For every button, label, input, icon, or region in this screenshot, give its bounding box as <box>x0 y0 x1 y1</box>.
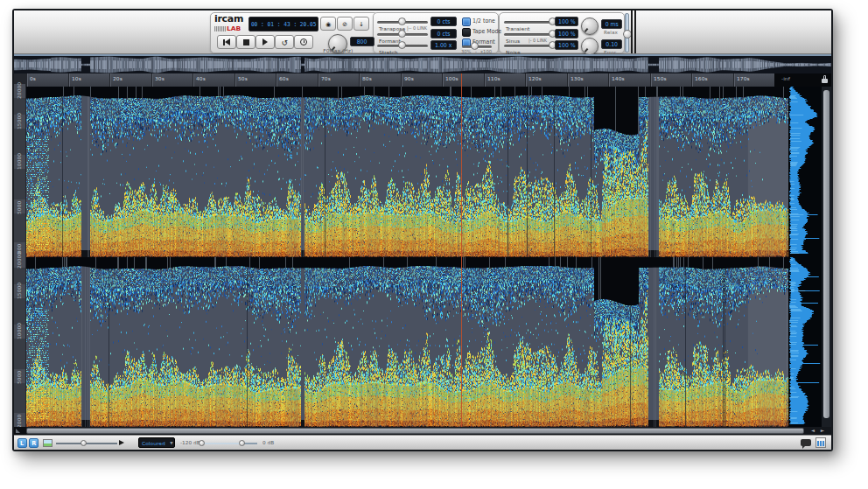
db-max-label: 0 dB <box>262 440 274 445</box>
spectrogram-area: 2000015000100005000200020000150001000050… <box>14 87 831 427</box>
freq-label: 10000 <box>17 323 22 339</box>
f0max-label: F0Max (Hz) <box>323 48 353 53</box>
loop-icon: ↺ <box>281 38 288 45</box>
zoom-slider[interactable] <box>56 440 117 446</box>
knob-error[interactable] <box>581 38 598 55</box>
time-ruler[interactable]: 0s10s20s30s40s50s60s70s80s90s100s110s120… <box>14 73 831 87</box>
db-range-thumb-high[interactable] <box>239 440 245 446</box>
slider-value: 0 cts <box>430 29 457 38</box>
toolbar-separator <box>634 10 636 53</box>
playhead-cursor[interactable] <box>461 73 462 427</box>
logo-brand: ircam <box>214 15 249 23</box>
app-logo: ircam LAB <box>214 15 249 33</box>
scroll-left-arrow[interactable]: ◄ <box>808 427 817 435</box>
zoom-slider-thumb[interactable] <box>80 440 87 446</box>
scroll-right-arrow[interactable]: ► <box>818 427 827 435</box>
display-mode-icon[interactable] <box>43 439 52 447</box>
freq-label: 15000 <box>17 113 22 129</box>
freq-label: 2000 <box>17 414 22 427</box>
ruler-label: 140s <box>612 76 625 81</box>
chart-view-icon[interactable] <box>816 437 826 448</box>
spectrogram-canvas[interactable] <box>26 87 788 427</box>
ruler-segment: 120s <box>525 73 567 87</box>
freq-label: 20000 <box>17 252 22 269</box>
slider-value: 0 cts <box>430 17 457 26</box>
freq-label: 5000 <box>17 201 22 214</box>
toolbar-separator <box>631 10 633 53</box>
ruler-label: 60s <box>279 76 289 81</box>
horizontal-scrollbar-thumb[interactable] <box>26 428 804 434</box>
db-min-label: -120 dB <box>180 440 200 445</box>
dropdown-arrow-icon: ▼ <box>171 441 173 445</box>
bottom-toolbar: L R Coloured▼ -120 dB 0 dB <box>14 435 831 450</box>
ruler-segment: 10s <box>68 73 110 87</box>
time-display: 00 : 01 : 43 : 20.05 <box>248 17 318 31</box>
ruler-label: 50s <box>238 76 248 81</box>
slider-thumb[interactable] <box>398 30 406 38</box>
ruler-label: 130s <box>570 76 584 81</box>
ruler-label: 90s <box>404 76 414 81</box>
lock-icon[interactable] <box>822 79 828 83</box>
play-icon <box>262 38 268 45</box>
waveform-overview[interactable] <box>14 54 831 73</box>
ruler-label: 30s <box>155 76 164 81</box>
color-mode-value: Coloured <box>142 440 165 446</box>
right-channel-button[interactable]: R <box>29 438 38 448</box>
download-button[interactable]: ↓ <box>354 17 369 31</box>
ruler-label: 40s <box>196 76 206 81</box>
timer-button[interactable] <box>294 35 313 49</box>
slider-value: 100 % <box>555 40 578 50</box>
slider-thumb[interactable] <box>398 17 406 25</box>
color-mode-dropdown[interactable]: Coloured▼ <box>138 437 175 448</box>
inf-label: -inf <box>781 76 790 81</box>
ruler-segment: 160s <box>691 73 733 87</box>
ruler-segment: 0s <box>26 73 68 87</box>
ruler-label: 100s <box>445 76 458 81</box>
app-window: ircam LAB 00 : 01 : 43 : 20.05 ◉ ⊘ ↓ ↺ 8… <box>12 9 833 451</box>
ruler-segment: 80s <box>359 73 401 87</box>
clock-icon <box>300 38 307 45</box>
ruler-segment: 90s <box>401 73 443 87</box>
knob-label: Relax <box>604 30 618 35</box>
f0max-value: 800 <box>350 37 374 46</box>
left-triangle-icon <box>225 38 230 45</box>
gain-vslider[interactable] <box>625 13 629 52</box>
db-range-slider[interactable] <box>200 440 257 446</box>
checkbox-1-2-tone[interactable] <box>462 17 471 26</box>
stop-icon <box>243 39 249 45</box>
slider-value: 1.00 x <box>430 40 457 50</box>
slider-thumb[interactable] <box>398 41 406 49</box>
ruler-segment: 110s <box>484 73 526 87</box>
left-channel-button[interactable]: L <box>18 438 27 448</box>
ruler-label: 10s <box>72 76 81 81</box>
record-button[interactable]: ◉ <box>320 17 336 31</box>
scrollbar-corner <box>14 427 26 435</box>
knob-value: 0.10 <box>601 39 622 49</box>
db-range-thumb-low[interactable] <box>199 440 205 446</box>
stop-button[interactable] <box>236 35 256 49</box>
checkbox-tape-mode[interactable] <box>462 28 471 37</box>
zoom-max-icon <box>119 440 124 445</box>
vertical-scrollbar[interactable] <box>822 87 831 427</box>
ruler-label: 160s <box>695 76 708 81</box>
comment-icon[interactable] <box>801 439 811 446</box>
horizontal-scrollbar[interactable]: ◄ ► <box>14 427 831 435</box>
vertical-scrollbar-thumb[interactable] <box>823 90 830 418</box>
freq-label: 15000 <box>17 283 22 299</box>
go-to-start-button[interactable] <box>217 35 236 49</box>
slider-value: 100 % <box>555 29 578 38</box>
loop-button[interactable]: ↺ <box>275 35 294 49</box>
ruler-segment: 50s <box>234 73 276 87</box>
ruler-segment: 100s <box>442 73 484 87</box>
ruler-label: 150s <box>654 76 667 81</box>
ruler-segment: 140s <box>608 73 650 87</box>
frequency-axis: 2000015000100005000200020000150001000050… <box>14 87 26 427</box>
metronome-button[interactable]: ⊘ <box>337 17 353 31</box>
ruler-end-zone: -inf <box>774 73 831 87</box>
ruler-label: 80s <box>362 76 372 81</box>
ruler-label: 120s <box>528 76 542 81</box>
knob-value: 0 ms <box>601 19 622 29</box>
top-toolbar: ircam LAB 00 : 01 : 43 : 20.05 ◉ ⊘ ↓ ↺ 8… <box>14 10 831 54</box>
knob-relax[interactable] <box>581 17 598 35</box>
play-button[interactable] <box>256 35 275 49</box>
